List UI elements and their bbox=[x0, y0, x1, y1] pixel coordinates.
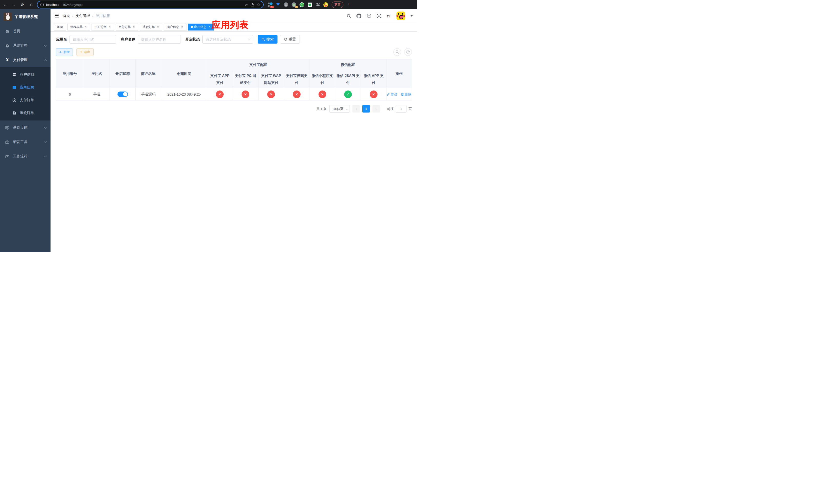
prev-page-button[interactable]: ‹ bbox=[352, 105, 360, 113]
sidebar-item-infra[interactable]: 基础设施 bbox=[0, 120, 50, 135]
breadcrumb-separator: / bbox=[92, 14, 93, 18]
font-size-icon[interactable]: тT bbox=[387, 14, 391, 19]
sidebar-item-pay-orders[interactable]: 支付订单 bbox=[0, 94, 50, 107]
search-button[interactable]: 搜索 bbox=[258, 35, 278, 44]
extensions-puzzle-icon[interactable] bbox=[315, 2, 320, 7]
tab-app-info[interactable]: 应用信息× bbox=[188, 24, 214, 30]
sidebar-item-system[interactable]: 系统管理 bbox=[0, 39, 50, 53]
bookmark-star-icon[interactable]: ☆ bbox=[257, 3, 261, 7]
sidebar-item-workflow[interactable]: 工作流程 bbox=[0, 149, 50, 164]
app-title: 芋道管理系统 bbox=[15, 14, 38, 19]
share-icon[interactable] bbox=[250, 3, 255, 7]
fullscreen-icon[interactable] bbox=[376, 14, 381, 19]
browser-back-icon[interactable]: ← bbox=[3, 2, 8, 7]
tab-close-icon[interactable]: × bbox=[208, 25, 211, 29]
goto-page: 前往 页 bbox=[387, 105, 412, 113]
sidebar-item-label: 商户信息 bbox=[20, 72, 34, 77]
user-avatar[interactable] bbox=[396, 12, 405, 20]
table-refresh-button[interactable] bbox=[404, 48, 412, 56]
tab-home[interactable]: 首页 bbox=[54, 24, 66, 30]
merchant-name-input[interactable] bbox=[138, 35, 181, 44]
total-count: 共 1 条 bbox=[316, 107, 327, 111]
cell-app-id: 6 bbox=[56, 88, 84, 100]
delete-link[interactable]: 删除 bbox=[401, 92, 411, 97]
tab-refund-orders[interactable]: 退款订单× bbox=[140, 24, 162, 30]
briefcase-icon bbox=[5, 140, 9, 144]
browser-home-icon[interactable]: ⌂ bbox=[29, 2, 34, 7]
tab-close-icon[interactable]: × bbox=[108, 25, 111, 29]
sidebar-item-label: 工作流程 bbox=[13, 154, 41, 159]
open-status-select[interactable]: 请选择开启状态 bbox=[202, 35, 253, 44]
table-search-toggle-button[interactable] bbox=[393, 48, 401, 56]
site-info-icon[interactable] bbox=[40, 3, 44, 7]
tab-user-group[interactable]: 用户分组× bbox=[91, 24, 114, 30]
edit-link[interactable]: 修改 bbox=[387, 92, 397, 97]
breadcrumb-pay[interactable]: 支付管理 bbox=[76, 14, 90, 18]
browser-forward-icon[interactable]: → bbox=[11, 2, 16, 7]
page-content: 应用名 商户名称 开启状态 请选择开启状态 搜索 重置 bbox=[50, 31, 417, 252]
header-search-icon[interactable] bbox=[347, 14, 351, 19]
tab-merchant-info[interactable]: 商户信息× bbox=[164, 24, 186, 30]
extension-command-icon[interactable]: ⌘ bbox=[284, 2, 288, 7]
address-bar[interactable]: localhost:1024/pay/app ☆ bbox=[38, 1, 263, 8]
tab-close-icon[interactable]: × bbox=[132, 25, 135, 29]
sidebar-item-merchant-info[interactable]: 商户信息 bbox=[0, 68, 50, 81]
export-button[interactable]: 导出 bbox=[76, 48, 94, 56]
status-alipay-pc-icon bbox=[242, 91, 249, 98]
merchant-name-label: 商户名称 bbox=[121, 37, 135, 42]
sidebar-item-devtools[interactable]: 研发工具 bbox=[0, 135, 50, 149]
next-page-button[interactable]: › bbox=[372, 105, 380, 113]
tab-label: 支付订单 bbox=[118, 25, 131, 29]
help-icon[interactable]: ? bbox=[367, 14, 371, 19]
avatar-caret-icon[interactable] bbox=[410, 15, 413, 18]
col-alipay-app: 支付宝 APP 支付 bbox=[207, 70, 233, 88]
chrome-update-button[interactable]: 更新 bbox=[332, 2, 344, 8]
sidebar-item-label: 首页 bbox=[13, 29, 46, 33]
tab-close-icon[interactable]: × bbox=[84, 25, 87, 29]
col-wx-mini: 微信小程序支付 bbox=[310, 70, 335, 88]
sidebar-item-pay[interactable]: ¥ 支付管理 bbox=[0, 53, 50, 67]
tab-pay-orders[interactable]: 支付订单× bbox=[116, 24, 138, 30]
sidebar-item-app-info[interactable]: 应用信息 bbox=[0, 81, 50, 94]
col-open-status: 开启状态 bbox=[110, 60, 136, 88]
proxy-badge: 1 bbox=[295, 6, 298, 8]
sidebar-item-home[interactable]: 首页 bbox=[0, 24, 50, 39]
chevron-down-icon bbox=[346, 108, 348, 110]
chevron-up-icon bbox=[44, 59, 47, 62]
extension-apps-icon[interactable]: 10 bbox=[268, 2, 272, 7]
reset-button[interactable]: 重置 bbox=[280, 35, 300, 44]
edit-link-label: 修改 bbox=[391, 92, 397, 97]
command-glyph: ⌘ bbox=[284, 2, 288, 7]
app-name-input[interactable] bbox=[69, 35, 116, 44]
col-alipay-qr: 支付宝扫码支付 bbox=[284, 70, 310, 88]
page-size-select[interactable]: 10条/页 bbox=[329, 105, 350, 113]
chat-square bbox=[308, 3, 312, 7]
tab-close-icon[interactable]: × bbox=[180, 25, 184, 29]
kite-shape bbox=[276, 3, 280, 8]
tab-close-icon[interactable]: × bbox=[156, 25, 159, 29]
password-key-icon[interactable] bbox=[244, 3, 248, 7]
monitor-icon bbox=[5, 125, 9, 130]
sidebar-item-label: 退款订单 bbox=[20, 111, 34, 115]
extension-y-icon[interactable]: Y bbox=[300, 2, 304, 7]
sidebar-item-refund-orders[interactable]: 退款订单 bbox=[0, 107, 50, 119]
status-wx-mini-icon bbox=[319, 91, 326, 98]
app-logo-row[interactable]: 芋道管理系统 bbox=[0, 9, 50, 24]
cell-created: 2021-10-23 08:49:25 bbox=[161, 88, 207, 100]
goto-page-input[interactable] bbox=[396, 105, 407, 113]
browser-reload-icon[interactable]: ⟳ bbox=[20, 2, 25, 7]
tab-process-form[interactable]: 流程表单× bbox=[67, 24, 90, 30]
extension-chat-icon[interactable] bbox=[307, 2, 312, 7]
page-1-button[interactable]: 1 bbox=[363, 105, 370, 113]
chrome-menu-icon[interactable]: ⋮ bbox=[347, 2, 351, 7]
cell-app-name: 芋道 bbox=[84, 88, 110, 100]
sidebar-fold-icon[interactable] bbox=[54, 14, 59, 18]
extension-emoji-icon[interactable] bbox=[323, 2, 328, 7]
breadcrumb-home[interactable]: 首页 bbox=[63, 14, 70, 18]
extension-proxy-icon[interactable]: 1 bbox=[291, 2, 296, 7]
enabled-toggle[interactable] bbox=[117, 92, 128, 97]
sidebar-item-label: 支付订单 bbox=[20, 98, 34, 102]
extension-kite-icon[interactable] bbox=[276, 2, 280, 7]
github-icon[interactable] bbox=[356, 14, 361, 19]
add-button[interactable]: 新增 bbox=[56, 48, 73, 56]
